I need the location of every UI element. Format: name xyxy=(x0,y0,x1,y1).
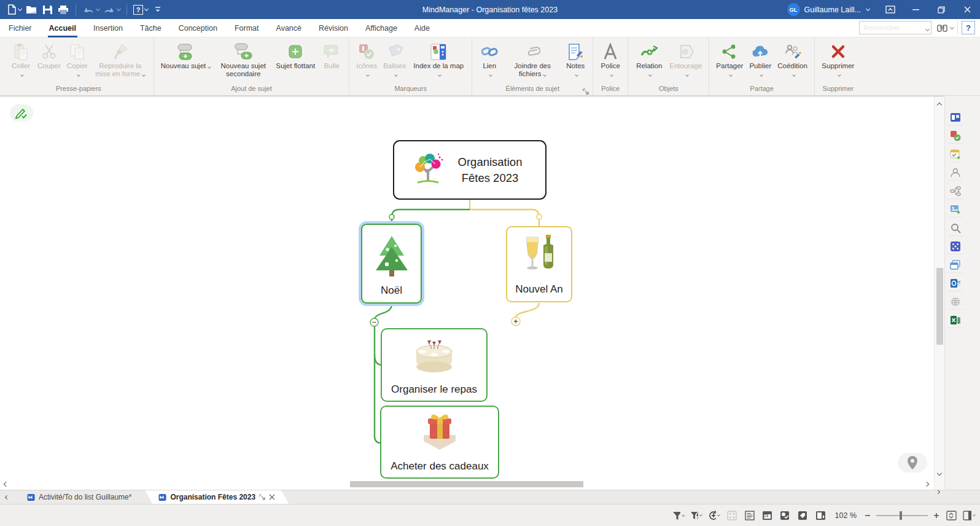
bulle-button[interactable]: Bulle xyxy=(318,39,345,71)
redo-button[interactable] xyxy=(102,2,122,18)
edit-mode-indicator[interactable] xyxy=(10,104,33,122)
nouveau-sujet-secondaire-button[interactable]: Nouveau sujet secondaire xyxy=(214,39,273,79)
scroll-up-arrow[interactable] xyxy=(936,100,943,108)
vertical-scrollbar[interactable] xyxy=(934,96,944,490)
search-input[interactable] xyxy=(859,21,931,34)
icon-marker-view-button[interactable] xyxy=(779,509,791,522)
new-document-chevron-icon[interactable] xyxy=(18,7,22,11)
tag-view-button[interactable] xyxy=(797,509,809,522)
partager-chevron-icon[interactable] xyxy=(729,73,733,77)
zoom-in-button[interactable] xyxy=(933,511,939,520)
refresh-add-button[interactable] xyxy=(708,509,720,522)
excel-icon[interactable] xyxy=(947,312,963,328)
expand-branch-button[interactable] xyxy=(511,316,521,326)
undo-button[interactable] xyxy=(81,2,101,18)
nouveau-sujet-chevron-icon[interactable] xyxy=(208,65,211,69)
menu-conception[interactable]: Conception xyxy=(170,19,226,37)
undo-chevron-icon[interactable] xyxy=(96,7,100,11)
focus-view-icon[interactable] xyxy=(947,238,963,254)
vertical-scrollbar-thumb[interactable] xyxy=(936,268,943,345)
entourage-button[interactable]: Entourage xyxy=(666,39,705,79)
center-map-button[interactable] xyxy=(898,453,927,473)
subtopic-acheter-des-cadeaux[interactable]: Acheter des cadeaux xyxy=(380,406,499,479)
joindre-chevron-icon[interactable] xyxy=(543,73,547,77)
redo-chevron-icon[interactable] xyxy=(117,7,121,11)
map-parts-icon[interactable] xyxy=(947,109,963,125)
index-chevron-icon[interactable] xyxy=(438,73,441,77)
menu-accueil[interactable]: Accueil xyxy=(41,19,85,37)
menu-avance[interactable]: Avancé xyxy=(268,19,310,37)
balance-map-button-disabled[interactable] xyxy=(726,509,738,522)
scroll-right-arrow[interactable] xyxy=(924,481,931,488)
publier-button[interactable]: Publier xyxy=(746,39,774,79)
topic-noel[interactable]: Noël xyxy=(361,224,422,304)
balises-chevron-icon[interactable] xyxy=(394,73,398,77)
sujet-flottant-button[interactable]: Sujet flottant xyxy=(273,39,318,71)
web-icon[interactable] xyxy=(947,294,963,310)
fit-map-button[interactable] xyxy=(945,509,957,522)
user-menu-chevron-icon[interactable] xyxy=(866,7,870,11)
help-button[interactable]: ? xyxy=(962,21,975,34)
filter-button[interactable] xyxy=(672,509,685,522)
search-scope-chevron-icon[interactable] xyxy=(950,25,954,29)
tab-scroll-left-button[interactable] xyxy=(0,490,14,504)
lien-button[interactable]: Lien xyxy=(476,39,503,79)
coller-button[interactable]: Coller xyxy=(7,39,34,79)
minimize-button[interactable] xyxy=(903,0,928,19)
view-layout-button[interactable] xyxy=(963,509,975,522)
resources-icon[interactable] xyxy=(947,165,963,181)
coedition-chevron-icon[interactable] xyxy=(792,73,796,77)
entourage-chevron-icon[interactable] xyxy=(685,73,689,77)
icones-chevron-icon[interactable] xyxy=(366,73,370,77)
tab-close-icon[interactable] xyxy=(269,494,275,500)
joindre-des-fichiers-button[interactable]: Joindre des fichiers xyxy=(503,39,562,79)
menu-tache[interactable]: Tâche xyxy=(131,19,170,37)
tab-activite-todo[interactable]: Activité/To do list Guillaume* xyxy=(14,490,145,504)
print-button[interactable] xyxy=(56,2,71,18)
open-file-button[interactable] xyxy=(24,2,39,18)
avatar[interactable]: GL xyxy=(787,3,800,16)
close-button[interactable] xyxy=(954,0,980,19)
menu-format[interactable]: Format xyxy=(226,19,268,37)
police-button[interactable]: Police xyxy=(597,39,624,79)
map-links-icon[interactable] xyxy=(947,183,963,199)
reproduire-mise-en-forme-button[interactable]: Reproduire la mise en forme xyxy=(91,39,150,79)
relation-chevron-icon[interactable] xyxy=(648,73,652,77)
task-pane-button[interactable] xyxy=(815,509,827,522)
relation-button[interactable]: Relation xyxy=(632,39,666,79)
copier-chevron-icon[interactable] xyxy=(77,73,80,77)
help-chevron-icon[interactable] xyxy=(144,7,149,11)
menu-aide[interactable]: Aide xyxy=(406,19,438,37)
map-canvas[interactable]: Organisation Fêtes 2023 Noël xyxy=(0,96,946,490)
search-scope-button[interactable] xyxy=(936,23,954,33)
topic-nouvel-an[interactable]: Nouvel An xyxy=(506,226,572,302)
menu-affichage[interactable]: Affichage xyxy=(357,19,406,37)
supprimer-chevron-icon[interactable] xyxy=(838,73,841,77)
images-icon[interactable] xyxy=(947,202,963,218)
nouveau-sujet-button[interactable]: Nouveau sujet xyxy=(158,39,214,71)
restore-button[interactable] xyxy=(928,0,954,19)
index-de-la-map-button[interactable]: Index de la map xyxy=(409,39,468,79)
customize-quick-access-button[interactable] xyxy=(150,2,165,18)
horizontal-scrollbar[interactable] xyxy=(0,480,933,489)
balises-button[interactable]: Balises xyxy=(380,39,409,79)
gantt-calendar-button[interactable]: 24 xyxy=(761,509,774,522)
central-topic[interactable]: Organisation Fêtes 2023 xyxy=(393,140,546,200)
outlook-icon[interactable] xyxy=(947,275,963,291)
reproduire-chevron-icon[interactable] xyxy=(142,73,146,77)
tab-scroll-right-button[interactable] xyxy=(931,490,944,493)
tab-float-icon[interactable] xyxy=(259,494,265,500)
power-filter-button[interactable] xyxy=(690,509,702,522)
coller-chevron-icon[interactable] xyxy=(20,73,24,77)
window-stack-icon[interactable] xyxy=(947,257,963,273)
coedition-button[interactable]: Coédition xyxy=(774,39,811,79)
police-chevron-icon[interactable] xyxy=(610,73,613,77)
zoom-out-button[interactable] xyxy=(865,511,871,520)
scroll-left-arrow[interactable] xyxy=(1,481,9,488)
couper-button[interactable]: Couper xyxy=(34,39,64,71)
notes-button[interactable]: Notes xyxy=(562,39,589,79)
publier-chevron-icon[interactable] xyxy=(760,73,764,77)
tab-organisation-fetes-2023[interactable]: Organisation Fêtes 2023 xyxy=(145,490,289,504)
help-menu-button[interactable]: ? xyxy=(132,2,149,18)
supprimer-button[interactable]: Supprimer xyxy=(819,39,858,79)
